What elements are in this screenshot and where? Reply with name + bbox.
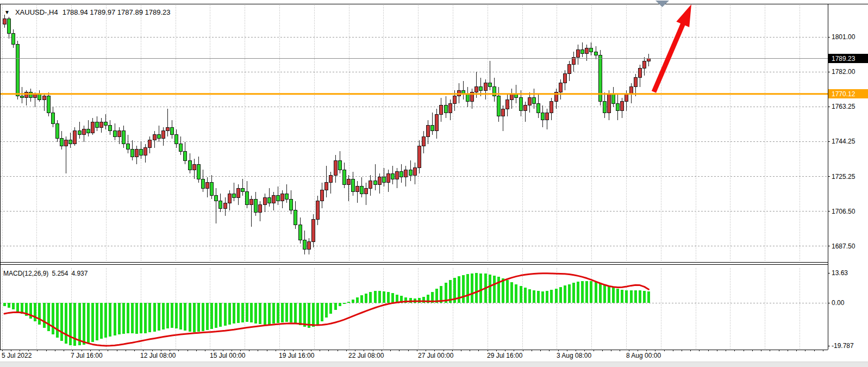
macd-histogram-bar xyxy=(369,292,372,303)
trend-arrow-shaft[interactable] xyxy=(654,21,684,92)
candle-body xyxy=(616,103,620,111)
macd-histogram-bar xyxy=(202,303,204,331)
candle-body xyxy=(126,144,129,150)
candle-body xyxy=(590,48,593,52)
macd-histogram-bar xyxy=(577,282,579,303)
macd-histogram-bar xyxy=(329,303,332,314)
macd-histogram-bar xyxy=(237,303,240,323)
macd-histogram-bar xyxy=(360,295,363,303)
macd-histogram-bar xyxy=(224,303,227,326)
macd-histogram-bar xyxy=(365,294,367,303)
candle-body xyxy=(625,94,628,102)
candle-body xyxy=(347,179,350,184)
macd-histogram-bar xyxy=(581,281,584,303)
macd-histogram-bar xyxy=(47,303,50,331)
macd-histogram-bar xyxy=(250,303,253,322)
macd-histogram-bar xyxy=(171,303,173,328)
macd-histogram-bar xyxy=(246,303,248,322)
macd-histogram-bar xyxy=(43,303,46,328)
price-tick-label: 1744.25 xyxy=(832,138,855,145)
macd-histogram-bar xyxy=(179,303,182,329)
macd-histogram-bar xyxy=(537,291,540,303)
macd-histogram-bar xyxy=(493,276,496,303)
candle-body xyxy=(298,225,302,240)
macd-histogram-bar xyxy=(272,303,275,324)
macd-histogram-bar xyxy=(383,291,385,303)
candle-body xyxy=(422,136,425,146)
macd-histogram-bar xyxy=(114,303,116,335)
candle-body xyxy=(642,61,646,69)
price-tick-label: 1725.25 xyxy=(832,173,855,181)
symbol-dropdown-icon[interactable]: ▼ xyxy=(4,9,10,16)
candle-body xyxy=(400,172,403,177)
candle-body xyxy=(100,122,103,127)
candle-body xyxy=(373,181,377,185)
candle-body xyxy=(250,199,253,204)
candle-body xyxy=(223,203,227,208)
candle-body xyxy=(51,113,54,123)
macd-histogram-bar xyxy=(228,303,231,325)
macd-tick-label: 13.63 xyxy=(832,269,848,277)
candle-body xyxy=(594,52,597,55)
symbol-period-label: XAUUSD-,H4 xyxy=(15,9,58,16)
candle-body xyxy=(378,177,381,185)
candle-body xyxy=(634,78,637,87)
macd-histogram-bar xyxy=(285,303,288,322)
macd-histogram-bar xyxy=(153,303,156,332)
time-tick-label: 19 Jul 16:00 xyxy=(279,352,314,359)
macd-histogram-bar xyxy=(599,283,602,303)
candle-body xyxy=(585,48,589,53)
macd-histogram-bar xyxy=(69,303,72,345)
macd-histogram-bar xyxy=(462,275,465,303)
candle-body xyxy=(647,59,651,61)
macd-histogram-bar xyxy=(259,303,261,324)
candle-body xyxy=(78,131,81,135)
macd-histogram-bar xyxy=(466,274,469,303)
candle-body xyxy=(382,177,385,183)
candle-body xyxy=(47,96,50,113)
candle-body xyxy=(153,135,156,140)
candle-body xyxy=(161,131,165,139)
macd-histogram-bar xyxy=(8,303,10,308)
candle-body xyxy=(179,144,183,152)
candle-body xyxy=(69,140,72,144)
macd-histogram-bar xyxy=(356,297,359,303)
price-chart-canvas[interactable] xyxy=(0,0,868,367)
macd-signal-value-label: 4.937 xyxy=(71,270,88,277)
candle-body xyxy=(307,242,310,250)
candle-body xyxy=(276,196,279,201)
macd-histogram-bar xyxy=(210,303,213,329)
candle-body xyxy=(219,201,222,209)
candle-body xyxy=(413,168,416,176)
trend-arrow-head[interactable] xyxy=(676,4,691,27)
candle-body xyxy=(510,94,514,99)
macd-histogram-bar xyxy=(158,303,160,331)
candle-body xyxy=(267,197,271,203)
macd-histogram-bar xyxy=(550,290,553,303)
candle-body xyxy=(607,94,610,113)
macd-histogram-bar xyxy=(122,303,125,334)
candle-body xyxy=(475,87,478,92)
candle-body xyxy=(206,183,209,188)
macd-histogram-bar xyxy=(387,292,390,303)
candle-body xyxy=(281,194,284,201)
candle-body xyxy=(488,83,491,87)
macd-histogram-bar xyxy=(643,291,646,303)
candle-body xyxy=(479,87,483,91)
macd-histogram-bar xyxy=(524,288,527,303)
macd-histogram-bar xyxy=(621,290,623,303)
candle-body xyxy=(86,129,90,133)
candle-body xyxy=(497,96,500,116)
candle-body xyxy=(484,83,487,91)
candle-body xyxy=(329,175,333,183)
macd-histogram-bar xyxy=(264,303,266,325)
macd-histogram-bar xyxy=(520,286,522,303)
macd-histogram-bar xyxy=(378,291,381,303)
macd-histogram-bar xyxy=(12,303,15,309)
candle-body xyxy=(259,205,262,213)
macd-histogram-bar xyxy=(608,287,610,303)
candle-body xyxy=(38,94,41,99)
macd-histogram-bar xyxy=(572,283,575,303)
macd-histogram-bar xyxy=(140,303,142,333)
annotations-layer xyxy=(654,1,691,92)
